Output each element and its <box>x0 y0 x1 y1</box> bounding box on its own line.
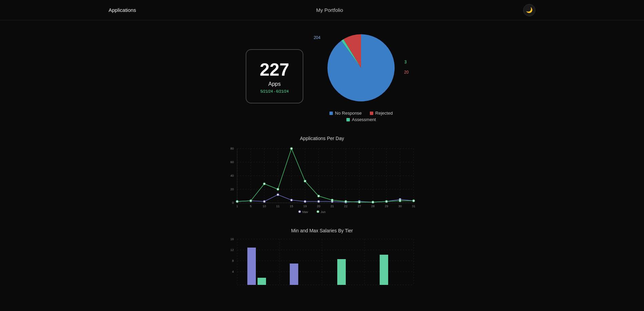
pie-legend: No Response Rejected Assessment <box>329 111 393 122</box>
svg-text:Jun: Jun <box>321 210 326 213</box>
svg-text:May: May <box>302 210 308 213</box>
nav-portfolio[interactable]: My Portfolio <box>316 7 343 13</box>
may-dot-4 <box>277 194 279 196</box>
svg-text:20: 20 <box>230 188 234 191</box>
svg-text:19: 19 <box>303 205 307 208</box>
svg-text:10: 10 <box>263 205 266 208</box>
line-chart-svg: .grid-line { stroke: #333; stroke-width:… <box>224 145 420 213</box>
svg-text:28: 28 <box>371 205 375 208</box>
svg-point-44 <box>317 211 319 213</box>
pie-svg <box>324 31 398 105</box>
pie-label-rejected: 20 <box>404 70 409 75</box>
bar-2-min <box>290 264 298 285</box>
svg-text:31: 31 <box>412 205 415 208</box>
jun-dot-11 <box>372 201 374 203</box>
jun-dot-8 <box>331 199 333 201</box>
svg-text:11: 11 <box>276 205 280 208</box>
legend-assessment-label: Assessment <box>352 117 376 122</box>
jun-dot-2 <box>250 200 252 202</box>
dark-mode-toggle[interactable]: 🌙 <box>523 4 535 16</box>
bar-1-min <box>247 248 256 285</box>
pie-section: 204 3 20 No Response Rejected <box>324 31 398 122</box>
jun-dot-3 <box>263 183 265 185</box>
svg-text:16: 16 <box>230 237 234 241</box>
svg-text:21: 21 <box>330 205 334 208</box>
legend-assessment: Assessment <box>346 117 376 122</box>
legend-dot-rejected <box>370 112 373 115</box>
nav-left: Applications <box>109 7 136 13</box>
svg-text:27: 27 <box>358 205 361 208</box>
line-chart-section: Applications Per Day .grid-line { stroke… <box>224 136 420 214</box>
jun-dot-13 <box>399 200 401 202</box>
legend-rejected: Rejected <box>370 111 393 116</box>
jun-dot-12 <box>385 200 387 202</box>
svg-text:15: 15 <box>290 205 293 208</box>
apps-label: Apps <box>260 81 289 87</box>
jun-dot-9 <box>345 200 347 202</box>
svg-point-41 <box>299 211 301 213</box>
jun-dot-14 <box>413 200 415 202</box>
pie-no-response <box>327 34 395 101</box>
may-dot-5 <box>290 199 292 201</box>
bar-3-max <box>337 259 346 285</box>
apps-count: 227 <box>260 59 289 80</box>
svg-text:20: 20 <box>317 205 320 208</box>
jun-line <box>237 149 414 202</box>
apps-date: 5/21/24 - 6/21/24 <box>260 89 289 93</box>
line-chart-container: .grid-line { stroke: #333; stroke-width:… <box>224 145 420 214</box>
pie-label-no-response: 204 <box>314 35 320 40</box>
navigation: Applications My Portfolio 🌙 <box>0 0 644 20</box>
main-content: 227 Apps 5/21/24 - 6/21/24 <box>0 20 644 307</box>
nav-applications[interactable]: Applications <box>109 7 136 13</box>
pie-chart: 204 3 20 <box>324 31 398 105</box>
svg-text:60: 60 <box>230 160 234 164</box>
may-dot-7 <box>318 200 320 202</box>
pie-label-assessment: 3 <box>404 60 407 64</box>
svg-text:30: 30 <box>398 205 402 208</box>
bar-chart-title: Min and Max Salaries By Tier <box>224 228 420 233</box>
bar-4-max <box>380 255 388 285</box>
bar-chart-section: Min and Max Salaries By Tier .bar-axis-t… <box>224 228 420 293</box>
legend-no-response: No Response <box>329 111 362 116</box>
bar-1-max <box>258 278 266 285</box>
svg-text:80: 80 <box>230 147 234 150</box>
bar-chart-container: .bar-axis-text { fill: #888; font-size: … <box>224 237 420 293</box>
jun-dot-10 <box>358 201 360 203</box>
line-chart-title: Applications Per Day <box>224 136 420 141</box>
may-dot-3 <box>263 200 265 202</box>
svg-text:12: 12 <box>230 248 234 252</box>
legend-row-1: No Response Rejected <box>329 111 393 116</box>
stats-card: 227 Apps 5/21/24 - 6/21/24 <box>246 49 304 103</box>
legend-dot-assessment <box>346 118 350 121</box>
top-section: 227 Apps 5/21/24 - 6/21/24 <box>246 31 399 122</box>
svg-text:1: 1 <box>236 205 238 208</box>
svg-text:0: 0 <box>232 201 234 205</box>
nav-right: 🌙 <box>523 4 535 16</box>
svg-text:40: 40 <box>230 174 234 177</box>
may-dot-6 <box>304 200 306 202</box>
legend-dot-no-response <box>329 112 333 115</box>
legend-rejected-label: Rejected <box>375 111 393 116</box>
jun-dot-1 <box>236 200 238 202</box>
bar-chart-svg: .bar-axis-text { fill: #888; font-size: … <box>224 237 420 292</box>
svg-text:8: 8 <box>232 259 234 263</box>
jun-dot-5 <box>290 148 292 150</box>
svg-text:29: 29 <box>385 205 388 208</box>
svg-text:5: 5 <box>250 205 251 208</box>
jun-dot-7 <box>318 195 320 197</box>
jun-dot-6 <box>304 180 306 182</box>
jun-dot-4 <box>277 188 279 190</box>
svg-text:4: 4 <box>232 270 234 273</box>
legend-row-2: Assessment <box>346 117 376 122</box>
svg-text:22: 22 <box>344 205 347 208</box>
legend-no-response-label: No Response <box>335 111 362 116</box>
